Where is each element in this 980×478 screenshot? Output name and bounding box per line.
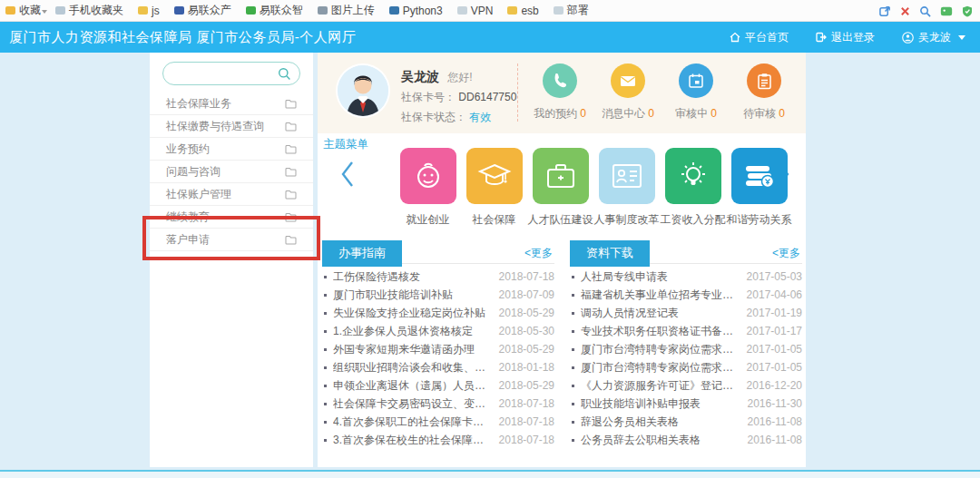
download-list-item[interactable]: 辞退公务员相关表格 2016-11-08 <box>570 413 802 431</box>
stat-message-center[interactable]: 消息中心0 <box>593 63 662 122</box>
download-item-title: 人社局专线申请表 <box>581 269 740 285</box>
stat-count: 0 <box>580 107 586 120</box>
bookmark-item[interactable]: 手机收藏夹 <box>55 3 123 18</box>
sidebar-menu-item[interactable]: 问题与咨询 <box>150 161 313 183</box>
sidebar-menu-item[interactable]: 落户申请 <box>150 229 313 251</box>
download-item-date: 2016-11-30 <box>748 397 803 410</box>
bookmark-item[interactable]: VPN <box>457 5 494 17</box>
guide-more-link[interactable]: <更多 <box>524 246 553 261</box>
download-list-item[interactable]: 调动人员情况登记表 2017-01-19 <box>570 304 802 322</box>
stat-pending-review[interactable]: 待审核0 <box>730 63 799 122</box>
guide-list: 工伤保险待遇核发 2018-07-18 厦门市职业技能培训补贴 2018-07-… <box>322 268 554 449</box>
bookmark-label: js <box>152 5 160 17</box>
download-list-item[interactable]: 厦门市台湾特聘专家岗位需求信息表 2017-01-05 <box>570 358 802 376</box>
close-icon[interactable] <box>900 6 910 16</box>
sidebar-menu-item[interactable]: 社保缴费与待遇查询 <box>150 115 313 138</box>
browser-toolbar-icons <box>879 0 973 22</box>
chevron-left-icon <box>339 160 356 189</box>
download-item-title: 专业技术职务任职资格证书备案表 <box>581 324 740 339</box>
guide-list-item[interactable]: 组织职业招聘洽谈会和收集、发布职业供... 2018-01-18 <box>322 358 554 376</box>
guide-item-date: 2018-05-29 <box>499 307 554 319</box>
sidebar: 社会保障业务 社保缴费与待遇查询 业务预约 问题与咨询 社保账户管理 <box>150 53 313 467</box>
user-details: 吴龙波 您好! 社保卡号： DD6147750 社保卡状态： 有效 <box>401 66 516 127</box>
bookmark-label: esb <box>521 5 538 17</box>
download-list-item[interactable]: 《人力资源服务许可证》登记事项变更申... 2016-12-20 <box>570 376 802 395</box>
bullet-icon <box>572 385 574 387</box>
bullet-icon <box>572 366 574 369</box>
export-icon[interactable] <box>879 5 891 17</box>
carousel-prev-button[interactable] <box>339 160 356 192</box>
bookmark-item[interactable]: js <box>138 5 160 17</box>
download-list-item[interactable]: 厦门市台湾特聘专家岗位需求汇总表 2017-01-05 <box>570 340 802 358</box>
bookmark-item[interactable]: 部署 <box>554 3 589 18</box>
stat-label: 审核中 <box>675 107 708 120</box>
tab-download[interactable]: 资料下载 <box>570 240 650 267</box>
download-item-title: 福建省机关事业单位招考专业指导目录（... <box>581 288 740 303</box>
tab-guide[interactable]: 办事指南 <box>322 240 402 267</box>
download-list-item[interactable]: 公务员辞去公职相关表格 2016-11-08 <box>570 431 802 449</box>
sidebar-item-label: 业务预约 <box>166 141 210 157</box>
download-section: 资料下载 <更多 人社局专线申请表 2017-05-03 福建省机关事业单位招考… <box>570 240 802 449</box>
bookmark-item[interactable]: esb <box>507 5 538 17</box>
guide-list-item[interactable]: 4.首次参保职工的社会保障卡办理 2018-07-18 <box>322 413 554 431</box>
image-icon[interactable] <box>940 6 953 16</box>
guide-list-item[interactable]: 社会保障卡交易密码设立、变更办理 2018-07-18 <box>322 395 554 413</box>
chevron-down-icon[interactable] <box>42 10 47 14</box>
download-list-item[interactable]: 福建省机关事业单位招考专业指导目录（... 2017-04-06 <box>570 286 802 304</box>
user-menu-label: 吴龙波 <box>918 30 951 45</box>
download-more-link[interactable]: <更多 <box>772 246 800 261</box>
bookmark-item[interactable]: Python3 <box>389 5 443 17</box>
folder-icon <box>285 144 297 154</box>
tile-talent-team[interactable]: 人才队伍建设 <box>527 148 593 228</box>
stat-in-review[interactable]: 审核中0 <box>662 63 730 122</box>
sidebar-menu-item[interactable]: 社保账户管理 <box>150 183 313 206</box>
guide-list-item[interactable]: 外国专家短期来华邀请函办理 2018-05-29 <box>322 340 554 358</box>
tile-labor-relations[interactable]: 和谐劳动关系 <box>726 148 792 228</box>
sidebar-item-label: 问题与咨询 <box>166 164 220 180</box>
guide-list-item[interactable]: 申领企业离退休（遗属）人员死亡丧葬费 2018-05-29 <box>322 376 554 395</box>
guide-list-item[interactable]: 1.企业参保人员退休资格核定 2018-05-30 <box>322 322 554 340</box>
download-item-title: 厦门市台湾特聘专家岗位需求信息表 <box>581 360 740 376</box>
download-list-item[interactable]: 人社局专线申请表 2017-05-03 <box>570 268 802 286</box>
bookmark-item[interactable]: 收藏 <box>5 3 41 18</box>
search-zoom-icon[interactable] <box>919 5 931 17</box>
tile-employment[interactable]: 就业创业 <box>395 148 461 228</box>
tile-personnel-reform[interactable]: 人事制度改革 <box>593 148 660 228</box>
search-icon[interactable] <box>278 67 291 81</box>
bullet-icon <box>324 439 327 442</box>
sidebar-item-label: 社保账户管理 <box>166 187 231 202</box>
folder-icon <box>285 99 297 109</box>
guide-item-date: 2018-07-18 <box>499 434 554 446</box>
guide-list-item[interactable]: 工伤保险待遇核发 2018-07-18 <box>322 268 554 286</box>
download-list-item[interactable]: 专业技术职务任职资格证书备案表 2017-01-17 <box>570 322 802 340</box>
bullet-icon <box>324 421 327 424</box>
guide-item-date: 2018-07-18 <box>499 397 554 410</box>
download-item-title: 调动人员情况登记表 <box>581 306 740 321</box>
sidebar-menu-item[interactable]: 继续教育 <box>150 206 313 229</box>
guide-list-item[interactable]: 厦门市职业技能培训补贴 2018-07-09 <box>322 286 554 304</box>
shield-icon[interactable] <box>962 5 973 17</box>
folder-icon <box>285 190 297 200</box>
guide-item-date: 2018-05-29 <box>499 379 554 392</box>
bookmark-item[interactable]: 图片上传 <box>318 3 375 18</box>
bullet-icon <box>324 312 327 315</box>
bookmark-item[interactable]: 易联众产 <box>174 3 231 18</box>
logout-link[interactable]: 退出登录 <box>816 30 875 45</box>
download-item-date: 2017-01-05 <box>747 361 802 374</box>
guide-list-item[interactable]: 失业保险支持企业稳定岗位补贴 2018-05-29 <box>322 304 554 322</box>
user-menu[interactable]: 吴龙波 <box>902 30 965 45</box>
card-no-value: DD6147750 <box>458 91 516 103</box>
sidebar-menu-item[interactable]: 业务预约 <box>150 138 313 161</box>
bullet-icon <box>324 366 327 369</box>
download-item-title: 《人力资源服务许可证》登记事项变更申... <box>581 378 740 394</box>
tile-wage-distribution[interactable]: 工资收入分配 <box>660 148 726 228</box>
phone-icon <box>551 72 569 90</box>
tile-social-security[interactable]: 社会保障 <box>461 148 527 228</box>
bookmark-item[interactable]: 易联众智 <box>246 3 303 18</box>
download-list-item[interactable]: 职业技能培训补贴申报表 2016-11-30 <box>570 395 802 413</box>
home-link[interactable]: 平台首页 <box>730 30 789 45</box>
guide-list-item[interactable]: 3.首次参保在校生的社会保障卡办理 2018-07-18 <box>322 431 554 449</box>
sidebar-menu-item[interactable]: 社会保障业务 <box>150 93 313 115</box>
stat-my-appointments[interactable]: 我的预约0 <box>525 63 594 122</box>
folder-icon <box>285 212 297 222</box>
